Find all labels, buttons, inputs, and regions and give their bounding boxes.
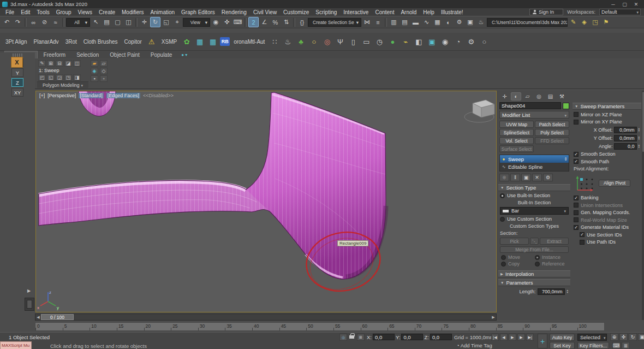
angle-snap-icon[interactable]: ∠ <box>259 17 270 27</box>
track-bar[interactable]: 0510152025303540455055606570758085909510… <box>35 322 605 331</box>
redo-icon[interactable]: ↷ <box>13 17 23 27</box>
show-end-result-icon[interactable]: ‖ <box>510 174 520 181</box>
checkbox-row[interactable]: Mirror on XZ Plane <box>574 111 640 117</box>
mirror-icon[interactable]: ⋈ <box>362 17 372 27</box>
checkbox-row[interactable]: Smooth Path <box>574 158 640 164</box>
perspective-viewport[interactable]: z x y [+] [Perspective] [Standard] [Edge… <box>35 91 497 312</box>
spinner-field[interactable]: 0,0mm <box>614 135 637 141</box>
select-by-name-icon[interactable]: ▤ <box>102 17 112 27</box>
modifier-set-button[interactable]: Vol. Select <box>499 137 534 144</box>
workspace-dropdown[interactable]: Default <box>599 9 641 15</box>
window-crossing-icon[interactable]: ◫ <box>123 17 134 27</box>
spinner-snap-icon[interactable]: ⇅ <box>281 17 291 27</box>
document-icon[interactable]: ▯ <box>347 36 359 48</box>
curve-editor-icon[interactable]: ∿ <box>421 17 432 27</box>
checkbox[interactable] <box>574 120 579 125</box>
teapot-icon[interactable]: ♨ <box>282 36 294 48</box>
maxscript-mini-listener[interactable]: MAXScript Mu <box>0 341 32 349</box>
qr-code-icon[interactable]: ▦ <box>194 36 206 48</box>
3pt-align-button[interactable]: 3Pt Align <box>3 36 29 48</box>
axis-z-button[interactable]: Z <box>11 78 23 87</box>
maximize-viewport-icon[interactable]: ▣ <box>638 333 644 341</box>
set-keys-button[interactable]: + <box>538 334 547 348</box>
add-time-tag[interactable]: ◔ Add Time Tag <box>456 342 492 348</box>
qr-code-icon-2[interactable]: ▦ <box>207 36 219 48</box>
selection-lock-icon[interactable] <box>349 333 354 340</box>
axis-y-button[interactable]: Y <box>11 68 23 77</box>
named-selection-sets-icon[interactable]: {} <box>297 17 307 27</box>
checkbox-row[interactable]: Union Intersections <box>574 202 640 208</box>
menu-item[interactable]: Group <box>53 9 75 15</box>
modifier-sweep-row[interactable]: ● Sweep ⇕ <box>500 155 569 163</box>
pick-flyout-icon[interactable]: ⋱ <box>530 238 539 245</box>
viewport-layout-tab[interactable] <box>25 298 34 311</box>
select-and-scale-icon[interactable]: ◱ <box>161 17 171 27</box>
menu-item[interactable]: Arnold <box>397 9 420 15</box>
inset-icon[interactable]: ◲ <box>56 74 63 81</box>
viewport-menu-shading[interactable]: [Edged Faces] <box>106 93 140 98</box>
swift-loop-icon[interactable]: ◫ <box>73 60 81 67</box>
project-path-field[interactable]: C:\Users\11\Documents\3ds Max 2020 <box>487 18 568 27</box>
chamfer-icon[interactable]: ◨ <box>73 74 81 81</box>
section-type-rollout-header[interactable]: ▼ Section Type <box>498 184 570 191</box>
tree-icon[interactable]: ♣ <box>295 36 307 48</box>
select-and-rotate-icon[interactable]: ↻ <box>150 17 160 27</box>
toolbar-item[interactable] <box>385 18 387 27</box>
cloth-brushes-button[interactable]: Cloth Brushes <box>81 36 121 48</box>
z-coordinate-field[interactable]: 0,0 <box>430 334 452 340</box>
menu-item[interactable]: Help <box>420 9 438 15</box>
keyboard-override-icon[interactable]: ⌨ <box>232 17 243 27</box>
use-pivot-center-icon[interactable]: ◉ <box>211 17 221 27</box>
object-name-field[interactable]: Shape004 <box>499 102 561 109</box>
monitor-icon[interactable]: ◧ <box>413 36 425 48</box>
maximize-button[interactable]: ▢ <box>619 2 630 7</box>
extract-section-button[interactable]: Extract <box>540 238 569 245</box>
checkbox-row[interactable]: Banking <box>574 195 640 201</box>
copitor-button[interactable]: Copitor <box>122 36 145 48</box>
make-unique-icon[interactable]: ▣ <box>521 174 531 181</box>
toolbar-item[interactable] <box>245 18 247 27</box>
circle-icon[interactable]: ○ <box>478 36 490 48</box>
checkbox-row[interactable]: Use Section IDs <box>574 232 640 238</box>
select-and-move-icon[interactable]: ✛ <box>139 17 150 27</box>
stack-corner-icon[interactable]: ⇕ <box>564 157 568 162</box>
ribbon-tab[interactable]: Freeform <box>39 51 71 58</box>
toolbar-item[interactable] <box>25 18 27 27</box>
checkbox[interactable] <box>580 240 585 245</box>
next-frame-icon[interactable]: ▶ <box>517 334 525 341</box>
time-slider-handle[interactable]: 0 / 100 <box>41 314 74 320</box>
edit-poly-icon[interactable]: ✎ <box>38 60 46 67</box>
configure-modifier-sets-icon[interactable]: ⚙ <box>543 174 553 181</box>
pivot-mode-icon[interactable]: ◇ <box>100 68 108 74</box>
checkbox[interactable] <box>574 203 579 208</box>
spinner-field[interactable]: 0,0 <box>614 143 637 150</box>
checkbox[interactable] <box>574 152 579 157</box>
absolute-mode-toggle-icon[interactable]: ⊞ <box>357 334 365 341</box>
menu-item[interactable]: Content <box>372 9 397 15</box>
toolbar-item[interactable] <box>293 18 295 27</box>
clone-method-radio[interactable]: Reference <box>535 261 568 267</box>
modifier-set-button[interactable]: Patch Select <box>535 121 569 128</box>
modifier-editable-spline-row[interactable]: ∿ Editable Spline <box>500 163 569 170</box>
checkbox-row[interactable]: Mirror on XY Plane <box>574 119 640 125</box>
set-key-button[interactable]: Set Key <box>550 342 575 349</box>
hierarchy-tab-icon[interactable]: ▱ <box>522 92 533 100</box>
object-color-swatch[interactable] <box>563 103 569 109</box>
pivot-alignment-grid[interactable] <box>575 174 595 192</box>
menu-item[interactable]: Modifiers <box>118 9 147 15</box>
pan-icon[interactable]: ✜ <box>619 333 628 341</box>
checkbox-row[interactable]: Use Path IDs <box>574 239 640 245</box>
viewport-menu-general[interactable]: [+] <box>39 93 45 98</box>
menu-item[interactable]: Create <box>96 9 118 15</box>
menu-item[interactable]: Animation <box>147 9 178 15</box>
render-production-icon[interactable]: ♨ <box>476 17 486 27</box>
selection-region-icon[interactable]: ▢ <box>112 17 123 27</box>
constraint-icon[interactable]: ◈ <box>91 68 98 74</box>
modify-tab-icon[interactable]: ◐ <box>511 92 521 100</box>
checkbox[interactable] <box>580 232 585 237</box>
close-button[interactable]: ✕ <box>630 2 642 7</box>
percent-snap-icon[interactable]: % <box>270 17 281 27</box>
axis-xy-button[interactable]: XY <box>11 88 23 97</box>
use-builtin-section-radio[interactable]: Use Built-In Section <box>500 193 569 198</box>
checkbox[interactable] <box>574 225 579 230</box>
